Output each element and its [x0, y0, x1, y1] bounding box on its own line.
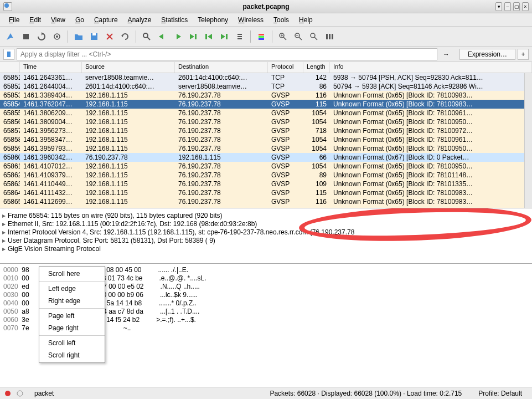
packet-row[interactable]: 658531461.3389404…192.168.1.11576.190.23… [0, 91, 532, 100]
col-time[interactable]: Time [20, 62, 82, 73]
packet-row[interactable]: 658541461.3762047…192.168.1.11576.190.23… [0, 100, 532, 109]
go-to-icon[interactable] [186, 29, 200, 44]
zoom-reset-icon[interactable] [307, 29, 321, 44]
add-filter-button[interactable]: + [518, 49, 529, 60]
status-file: packet [29, 390, 59, 397]
packet-row[interactable]: 658551461.3806209…192.168.1.11576.190.23… [0, 109, 532, 117]
capture-indicator-icon[interactable] [4, 390, 11, 397]
svg-rect-15 [259, 36, 264, 38]
toolbar [0, 27, 532, 47]
menu-telephony[interactable]: Telephony [193, 14, 233, 25]
col-source[interactable]: Source [82, 62, 175, 73]
col-info[interactable]: Info [330, 62, 532, 73]
detail-line[interactable]: ▸User Datagram Protocol, Src Port: 58131… [2, 237, 530, 245]
expression-button[interactable]: Expression… [459, 49, 515, 60]
zoom-out-icon[interactable] [291, 29, 306, 44]
filter-apply-arrow[interactable]: → [440, 50, 453, 58]
packet-row[interactable]: 658601461.3960342…76.190.237.78192.168.1… [0, 153, 532, 162]
packet-bytes-pane[interactable]: 0000 98 00 19 d2 2f 16 7c 08 00 45 00 ..… [0, 264, 532, 387]
svg-point-31 [17, 391, 23, 396]
menu-statistics[interactable]: Statistics [157, 14, 192, 25]
go-forward-icon[interactable] [171, 29, 185, 44]
svg-line-22 [299, 37, 302, 40]
restart-icon[interactable] [34, 29, 49, 44]
menu-edit[interactable]: Edit [25, 14, 45, 25]
go-back-icon[interactable] [155, 29, 169, 44]
packet-row[interactable]: 658641461.4111432…192.168.1.11576.190.23… [0, 188, 532, 197]
zoom-in-icon[interactable] [276, 29, 290, 44]
menu-file[interactable]: File [4, 14, 24, 25]
go-last-icon[interactable] [217, 29, 231, 44]
options-icon[interactable] [50, 29, 64, 44]
packet-row[interactable]: 658651461.4112699…192.168.1.11576.190.23… [0, 197, 532, 206]
expert-info-icon[interactable] [17, 390, 23, 397]
col-no[interactable] [0, 62, 20, 73]
packet-row[interactable]: 658511461.2643361…server18508.teamvie…26… [0, 73, 532, 82]
svg-point-0 [4, 3, 9, 8]
menu-help[interactable]: Help [295, 14, 317, 25]
iconify-down-icon[interactable]: ▾ [495, 2, 502, 11]
detail-line[interactable]: ▸Frame 65854: 115 bytes on wire (920 bit… [2, 212, 530, 220]
packet-row[interactable]: 658611461.4107012…192.168.1.11576.190.23… [0, 162, 532, 171]
menu-analyze[interactable]: Analyze [123, 14, 156, 25]
packet-row[interactable]: 658631461.4110449…192.168.1.11576.190.23… [0, 180, 532, 188]
bookmark-filter-icon[interactable] [3, 49, 14, 60]
context-menu-item[interactable]: Scroll here [39, 268, 105, 280]
packet-details-pane[interactable]: ▸Frame 65854: 115 bytes on wire (920 bit… [0, 208, 532, 264]
detail-line[interactable]: ▸GigE Vision Streaming Protocol [2, 245, 530, 253]
status-bar: packet Packets: 66028 · Displayed: 66028… [0, 387, 532, 399]
status-profile[interactable]: Profile: Default [473, 390, 528, 397]
context-menu-item[interactable]: Page right [39, 322, 105, 334]
svg-rect-14 [259, 34, 264, 35]
close-file-icon[interactable] [102, 29, 117, 44]
context-menu-item[interactable]: Left edge [39, 283, 105, 295]
resize-columns-icon[interactable] [322, 29, 337, 44]
packet-row[interactable]: 658571461.3956273…192.168.1.11576.190.23… [0, 126, 532, 135]
packet-row[interactable]: 658621461.4109379…192.168.1.11576.190.23… [0, 171, 532, 180]
context-menu-item[interactable]: Scroll right [39, 349, 105, 361]
packet-row[interactable]: 658661461.4113679…192.168.1.11576.190.23… [0, 206, 532, 208]
minimize-button[interactable]: – [504, 2, 511, 11]
col-protocol[interactable]: Protocol [268, 62, 303, 73]
packet-row[interactable]: 658591461.3959793…192.168.1.11576.190.23… [0, 144, 532, 153]
menu-go[interactable]: Go [71, 14, 89, 25]
svg-rect-5 [92, 33, 96, 35]
packet-row[interactable]: 658581461.3958347…192.168.1.11576.190.23… [0, 135, 532, 144]
menu-wireless[interactable]: Wireless [234, 14, 268, 25]
reload-icon[interactable] [118, 29, 132, 44]
col-destination[interactable]: Destination [175, 62, 268, 73]
maximize-button[interactable]: ▢ [513, 2, 520, 11]
colorize-icon[interactable] [254, 29, 268, 44]
menu-capture[interactable]: Capture [90, 14, 122, 25]
vertical-scrollbar[interactable] [524, 73, 532, 208]
svg-line-18 [283, 37, 286, 40]
svg-rect-10 [226, 34, 228, 39]
svg-rect-8 [195, 34, 197, 39]
go-first-icon[interactable] [202, 29, 216, 44]
context-menu-item[interactable]: Right edge [39, 295, 105, 307]
packet-row[interactable]: 658561461.3809004…192.168.1.11576.190.23… [0, 117, 532, 126]
svg-rect-28 [332, 34, 333, 39]
menu-view[interactable]: View [47, 14, 70, 25]
packet-list-pane: Time Source Destination Protocol Length … [0, 62, 532, 208]
svg-point-3 [56, 35, 58, 38]
auto-scroll-icon[interactable] [233, 29, 247, 44]
svg-rect-27 [329, 34, 330, 39]
packet-list[interactable]: 658511461.2643361…server18508.teamvie…26… [0, 73, 532, 208]
close-button[interactable]: × [522, 2, 529, 11]
app-menu-icon[interactable] [3, 2, 12, 11]
detail-line[interactable]: ▸Ethernet II, Src: 192.168.1.115 (00:19:… [2, 220, 530, 228]
detail-line[interactable]: ▸Internet Protocol Version 4, Src: 192.1… [2, 228, 530, 237]
packet-row[interactable]: 658521461.2644004…2601:14d:4100:c640:…se… [0, 82, 532, 91]
find-icon[interactable] [140, 29, 154, 44]
shark-fin-icon[interactable] [3, 29, 18, 44]
save-icon[interactable] [87, 29, 101, 44]
open-icon[interactable] [71, 29, 86, 44]
stop-icon[interactable] [19, 29, 33, 44]
svg-point-24 [311, 33, 315, 38]
context-menu-item[interactable]: Scroll left [39, 337, 105, 349]
display-filter-input[interactable] [17, 48, 437, 60]
col-length[interactable]: Length [303, 62, 330, 73]
context-menu-item[interactable]: Page left [39, 310, 105, 322]
menu-tools[interactable]: Tools [269, 14, 293, 25]
